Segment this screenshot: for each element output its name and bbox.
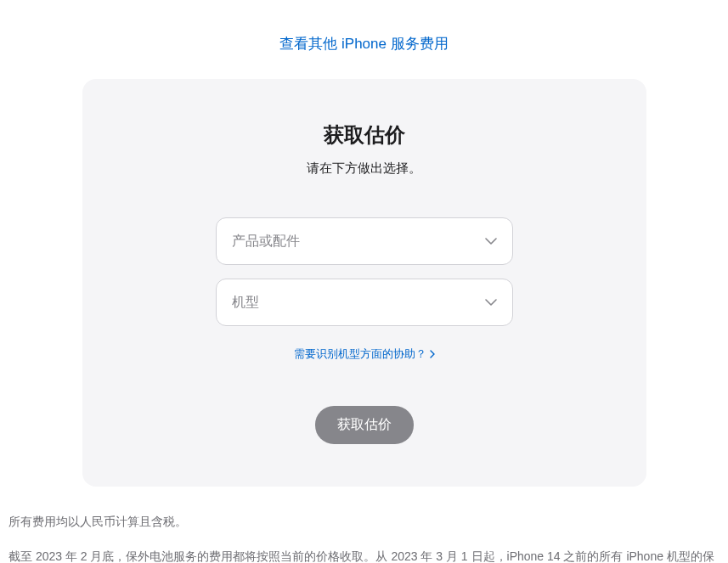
model-select[interactable]: 机型 [216, 279, 513, 326]
chevron-down-icon [485, 299, 497, 306]
footer-line-2-text: 截至 2023 年 2 月底，保外电池服务的费用都将按照当前的价格收取。从 20… [8, 549, 714, 563]
footer-line-2: 截至 2023 年 2 月底，保外电池服务的费用都将按照当前的价格收取。从 20… [8, 545, 720, 563]
product-select-placeholder: 产品或配件 [232, 233, 300, 251]
estimate-card: 获取估价 请在下方做出选择。 产品或配件 机型 需要识别机型方面的协助？ 获取估… [82, 79, 646, 487]
card-title: 获取估价 [116, 121, 612, 149]
footer-line-1: 所有费用均以人民币计算且含税。 [8, 510, 720, 533]
model-select-placeholder: 机型 [232, 294, 259, 312]
model-select-wrapper: 机型 [216, 279, 513, 326]
identify-model-help-link[interactable]: 需要识别机型方面的协助？ [294, 346, 435, 362]
chevron-right-icon [430, 348, 435, 361]
other-services-link[interactable]: 查看其他 iPhone 服务费用 [279, 36, 448, 52]
button-row: 获取估价 [116, 406, 612, 444]
product-select[interactable]: 产品或配件 [216, 217, 513, 265]
top-link-container: 查看其他 iPhone 服务费用 [0, 0, 728, 79]
product-select-wrapper: 产品或配件 [216, 217, 513, 265]
get-estimate-button[interactable]: 获取估价 [315, 406, 414, 444]
card-subtitle: 请在下方做出选择。 [116, 160, 612, 177]
footer-notes: 所有费用均以人民币计算且含税。 截至 2023 年 2 月底，保外电池服务的费用… [0, 487, 728, 563]
chevron-down-icon [485, 238, 497, 245]
help-link-text: 需要识别机型方面的协助？ [294, 346, 426, 362]
